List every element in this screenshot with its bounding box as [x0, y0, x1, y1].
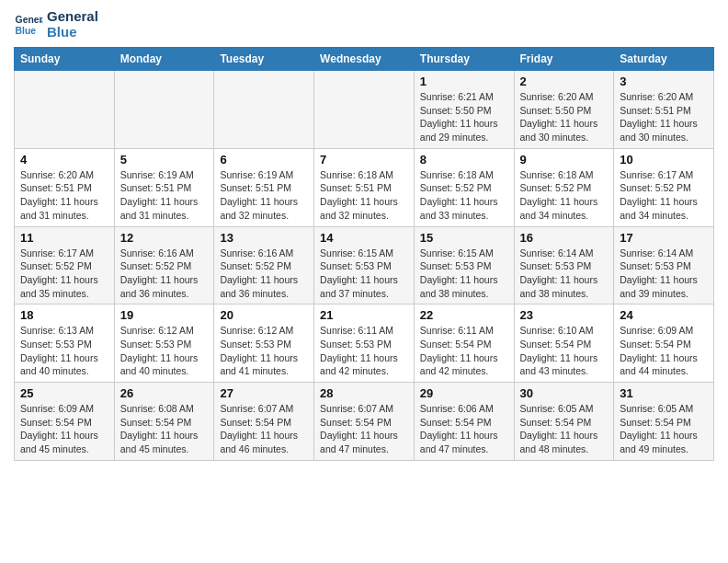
day-info: Sunrise: 6:07 AMSunset: 5:54 PMDaylight:…	[220, 402, 308, 456]
day-info: Sunrise: 6:20 AMSunset: 5:51 PMDaylight:…	[620, 90, 708, 144]
day-info: Sunrise: 6:17 AMSunset: 5:52 PMDaylight:…	[620, 168, 708, 223]
day-number: 3	[620, 75, 708, 88]
day-number: 27	[220, 386, 308, 400]
day-number: 8	[420, 153, 508, 167]
day-number: 2	[520, 75, 609, 88]
day-number: 31	[620, 386, 708, 400]
table-row: 28Sunrise: 6:07 AMSunset: 5:54 PMDayligh…	[314, 383, 415, 461]
day-number: 28	[320, 386, 408, 400]
svg-text:Blue: Blue	[16, 25, 37, 35]
day-number: 25	[20, 386, 108, 400]
table-row: 5Sunrise: 6:19 AMSunset: 5:51 PMDaylight…	[114, 148, 214, 226]
col-header-saturday: Saturday	[614, 48, 714, 71]
table-row: 18Sunrise: 6:13 AMSunset: 5:53 PMDayligh…	[15, 304, 115, 383]
day-number: 12	[120, 231, 209, 245]
day-number: 13	[220, 231, 308, 245]
day-info: Sunrise: 6:19 AMSunset: 5:51 PMDaylight:…	[220, 168, 308, 223]
day-info: Sunrise: 6:14 AMSunset: 5:53 PMDaylight:…	[620, 247, 708, 301]
day-info: Sunrise: 6:05 AMSunset: 5:54 PMDaylight:…	[520, 402, 609, 456]
table-row: 24Sunrise: 6:09 AMSunset: 5:54 PMDayligh…	[614, 304, 714, 383]
table-row: 25Sunrise: 6:09 AMSunset: 5:54 PMDayligh…	[15, 383, 115, 461]
table-row: 30Sunrise: 6:05 AMSunset: 5:54 PMDayligh…	[514, 383, 614, 461]
day-number: 10	[620, 153, 708, 167]
day-info: Sunrise: 6:19 AMSunset: 5:51 PMDaylight:…	[120, 168, 209, 223]
logo: General Blue General Blue	[14, 9, 98, 40]
table-row: 22Sunrise: 6:11 AMSunset: 5:54 PMDayligh…	[414, 304, 514, 383]
table-row: 19Sunrise: 6:12 AMSunset: 5:53 PMDayligh…	[114, 304, 214, 383]
day-info: Sunrise: 6:15 AMSunset: 5:53 PMDaylight:…	[320, 247, 408, 301]
header: General Blue General Blue	[14, 9, 714, 40]
day-number: 23	[520, 308, 609, 322]
day-number: 26	[120, 386, 209, 400]
day-number: 18	[20, 308, 108, 322]
col-header-monday: Monday	[114, 48, 214, 71]
table-row	[214, 71, 314, 149]
table-row	[15, 71, 115, 149]
day-number: 7	[320, 153, 408, 167]
day-info: Sunrise: 6:07 AMSunset: 5:54 PMDaylight:…	[320, 402, 408, 456]
table-row: 17Sunrise: 6:14 AMSunset: 5:53 PMDayligh…	[614, 226, 714, 304]
day-info: Sunrise: 6:11 AMSunset: 5:53 PMDaylight:…	[320, 324, 408, 378]
table-row: 15Sunrise: 6:15 AMSunset: 5:53 PMDayligh…	[414, 226, 514, 304]
day-number: 30	[520, 386, 609, 400]
table-row: 13Sunrise: 6:16 AMSunset: 5:52 PMDayligh…	[214, 226, 314, 304]
table-row: 20Sunrise: 6:12 AMSunset: 5:53 PMDayligh…	[214, 304, 314, 383]
day-info: Sunrise: 6:13 AMSunset: 5:53 PMDaylight:…	[20, 324, 108, 378]
day-info: Sunrise: 6:09 AMSunset: 5:54 PMDaylight:…	[20, 402, 108, 456]
table-row: 3Sunrise: 6:20 AMSunset: 5:51 PMDaylight…	[614, 71, 714, 149]
day-info: Sunrise: 6:16 AMSunset: 5:52 PMDaylight:…	[120, 247, 209, 301]
svg-text:General: General	[16, 15, 43, 25]
table-row: 14Sunrise: 6:15 AMSunset: 5:53 PMDayligh…	[314, 226, 415, 304]
day-number: 15	[420, 231, 508, 245]
day-number: 4	[20, 153, 108, 167]
day-number: 22	[420, 308, 508, 322]
day-number: 20	[220, 308, 308, 322]
day-info: Sunrise: 6:16 AMSunset: 5:52 PMDaylight:…	[220, 247, 308, 301]
table-row: 12Sunrise: 6:16 AMSunset: 5:52 PMDayligh…	[114, 226, 214, 304]
col-header-tuesday: Tuesday	[214, 48, 314, 71]
day-number: 11	[20, 231, 108, 245]
day-info: Sunrise: 6:11 AMSunset: 5:54 PMDaylight:…	[420, 324, 508, 378]
day-info: Sunrise: 6:17 AMSunset: 5:52 PMDaylight:…	[20, 247, 108, 301]
day-number: 21	[320, 308, 408, 322]
table-row: 7Sunrise: 6:18 AMSunset: 5:51 PMDaylight…	[314, 148, 415, 226]
table-row: 9Sunrise: 6:18 AMSunset: 5:52 PMDaylight…	[514, 148, 614, 226]
logo-text-blue: Blue	[47, 25, 98, 40]
day-info: Sunrise: 6:10 AMSunset: 5:54 PMDaylight:…	[520, 324, 609, 378]
table-row: 1Sunrise: 6:21 AMSunset: 5:50 PMDaylight…	[414, 71, 514, 149]
table-row: 23Sunrise: 6:10 AMSunset: 5:54 PMDayligh…	[514, 304, 614, 383]
day-number: 5	[120, 153, 209, 167]
day-number: 9	[520, 153, 609, 167]
day-info: Sunrise: 6:20 AMSunset: 5:50 PMDaylight:…	[520, 90, 609, 144]
table-row: 4Sunrise: 6:20 AMSunset: 5:51 PMDaylight…	[15, 148, 115, 226]
col-header-friday: Friday	[514, 48, 614, 71]
table-row: 11Sunrise: 6:17 AMSunset: 5:52 PMDayligh…	[15, 226, 115, 304]
day-number: 16	[520, 231, 609, 245]
table-row: 29Sunrise: 6:06 AMSunset: 5:54 PMDayligh…	[414, 383, 514, 461]
logo-icon: General Blue	[14, 10, 43, 40]
day-info: Sunrise: 6:20 AMSunset: 5:51 PMDaylight:…	[20, 168, 108, 223]
day-info: Sunrise: 6:06 AMSunset: 5:54 PMDaylight:…	[420, 402, 508, 456]
table-row: 10Sunrise: 6:17 AMSunset: 5:52 PMDayligh…	[614, 148, 714, 226]
day-number: 14	[320, 231, 408, 245]
day-info: Sunrise: 6:15 AMSunset: 5:53 PMDaylight:…	[420, 247, 508, 301]
day-info: Sunrise: 6:14 AMSunset: 5:53 PMDaylight:…	[520, 247, 609, 301]
day-info: Sunrise: 6:18 AMSunset: 5:51 PMDaylight:…	[320, 168, 408, 223]
day-info: Sunrise: 6:05 AMSunset: 5:54 PMDaylight:…	[620, 402, 708, 456]
table-row: 16Sunrise: 6:14 AMSunset: 5:53 PMDayligh…	[514, 226, 614, 304]
table-row: 26Sunrise: 6:08 AMSunset: 5:54 PMDayligh…	[114, 383, 214, 461]
table-row: 8Sunrise: 6:18 AMSunset: 5:52 PMDaylight…	[414, 148, 514, 226]
table-row: 2Sunrise: 6:20 AMSunset: 5:50 PMDaylight…	[514, 71, 614, 149]
table-row: 21Sunrise: 6:11 AMSunset: 5:53 PMDayligh…	[314, 304, 415, 383]
col-header-wednesday: Wednesday	[314, 48, 415, 71]
logo-text: General	[47, 9, 98, 25]
day-number: 6	[220, 153, 308, 167]
table-row	[114, 71, 214, 149]
calendar-table: SundayMondayTuesdayWednesdayThursdayFrid…	[14, 47, 714, 461]
day-info: Sunrise: 6:08 AMSunset: 5:54 PMDaylight:…	[120, 402, 209, 456]
table-row: 27Sunrise: 6:07 AMSunset: 5:54 PMDayligh…	[214, 383, 314, 461]
day-info: Sunrise: 6:18 AMSunset: 5:52 PMDaylight:…	[520, 168, 609, 223]
day-number: 1	[420, 75, 508, 88]
table-row: 31Sunrise: 6:05 AMSunset: 5:54 PMDayligh…	[614, 383, 714, 461]
day-number: 17	[620, 231, 708, 245]
